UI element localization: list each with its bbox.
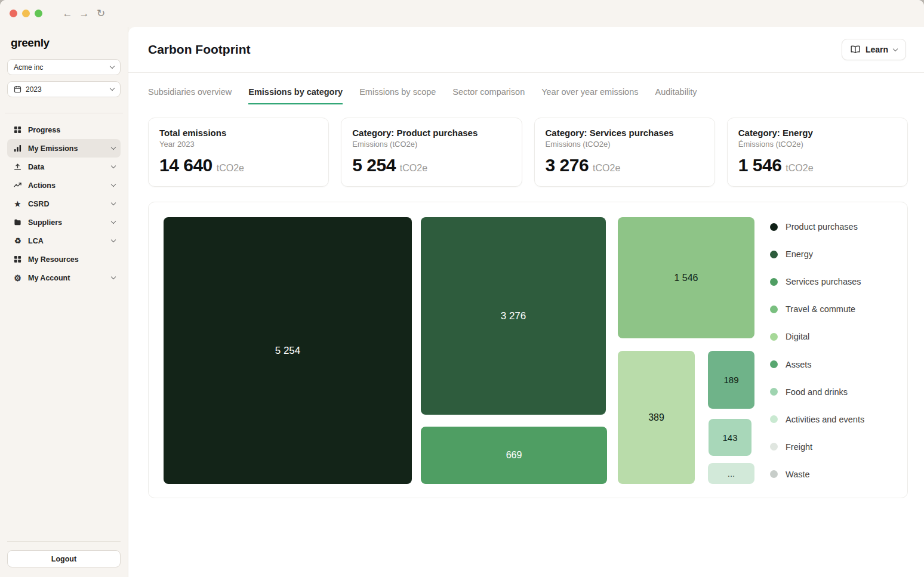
upload-icon	[13, 163, 23, 171]
grid-icon	[13, 255, 23, 263]
minimize-window-button[interactable]	[22, 10, 30, 17]
year-select[interactable]: 2023	[7, 81, 121, 97]
calendar-icon	[14, 85, 21, 93]
greenly-logo: greenly	[11, 36, 117, 50]
stat-card-value: 3 276	[546, 155, 589, 175]
treemap-block-services-purchases[interactable]: 3 276	[421, 217, 606, 415]
treemap-legend: Product purchases Energy Services purcha…	[770, 217, 892, 483]
stat-card-subtitle: Year 2023	[159, 140, 318, 149]
legend-item: Services purchases	[770, 277, 892, 286]
stat-card-unit: tCO2e	[217, 163, 244, 174]
legend-label: Travel & commute	[786, 304, 855, 314]
legend-dot	[770, 415, 778, 423]
sidebar-item-label: Progress	[28, 126, 60, 134]
stat-card-unit: tCO2e	[593, 163, 620, 174]
legend-dot	[770, 278, 778, 286]
treemap-block-assets[interactable]: 189	[708, 351, 754, 409]
tab-emissions-by-scope[interactable]: Emissions by scope	[359, 87, 436, 104]
company-select[interactable]: Acme inc	[7, 59, 121, 75]
maximize-window-button[interactable]	[35, 10, 42, 17]
treemap: 5 254 3 276 669 1 546 389 189 143 ...	[164, 217, 754, 484]
legend-item: Travel & commute	[770, 304, 892, 314]
legend-item: Freight	[770, 442, 892, 452]
learn-button-label: Learn	[866, 45, 888, 54]
treemap-block-travel-commute[interactable]: 669	[421, 427, 607, 484]
legend-dot	[770, 360, 778, 368]
chevron-down-icon	[111, 163, 116, 168]
stat-card-total-emissions: Total emissions Year 2023 14 640 tCO2e	[148, 118, 329, 187]
sidebar-item-label: LCA	[28, 237, 44, 245]
legend-dot	[770, 333, 778, 341]
recycle-icon: ♻	[13, 237, 23, 245]
stat-card-unit: tCO2e	[400, 163, 427, 174]
sidebar-item-lca[interactable]: ♻ LCA	[7, 232, 121, 250]
tab-subsidiaries-overview[interactable]: Subsidiaries overview	[148, 87, 232, 104]
legend-dot	[770, 251, 778, 258]
sidebar-footer: Logout	[7, 541, 121, 567]
stat-card-services-purchases: Category: Services purchases Emissions (…	[534, 118, 715, 187]
chevron-down-icon	[893, 46, 898, 51]
treemap-block-digital[interactable]: 389	[618, 351, 695, 484]
treemap-block-food-and-drinks[interactable]: 143	[709, 419, 751, 456]
sidebar-item-progress[interactable]: Progress	[7, 121, 121, 139]
gear-icon: ⚙	[13, 274, 23, 282]
stat-card-unit: tCO2e	[786, 163, 813, 174]
tab-auditability[interactable]: Auditability	[655, 87, 697, 104]
legend-item: Digital	[770, 332, 892, 341]
browser-window: ← → ↻ greenly Acme inc 2023	[0, 0, 924, 577]
stat-card-title: Category: Product purchases	[352, 128, 510, 138]
sidebar-item-my-emissions[interactable]: My Emissions	[7, 139, 121, 158]
legend-item: Energy	[770, 249, 892, 259]
sidebar-item-my-resources[interactable]: My Resources	[7, 250, 121, 269]
star-icon: ★	[13, 200, 23, 208]
legend-item: Activities and events	[770, 415, 892, 424]
treemap-block-other[interactable]: ...	[708, 463, 754, 484]
logout-button[interactable]: Logout	[7, 550, 121, 567]
chevron-down-icon	[111, 274, 116, 279]
browser-toolbar: ← → ↻	[0, 0, 924, 27]
forward-icon[interactable]: →	[76, 8, 93, 20]
stat-card-energy: Category: Energy Émissions (tCO2e) 1 546…	[727, 118, 908, 187]
tab-bar: Subsidiaries overview Emissions by categ…	[128, 73, 924, 104]
chevron-down-icon	[110, 86, 115, 91]
folder-icon	[13, 218, 23, 226]
treemap-block-product-purchases[interactable]: 5 254	[164, 217, 412, 484]
stat-card-value: 14 640	[159, 155, 212, 175]
sidebar-item-my-account[interactable]: ⚙ My Account	[7, 269, 121, 287]
page-header: Carbon Footprint Learn	[128, 27, 924, 73]
reload-icon[interactable]: ↻	[93, 7, 109, 20]
stat-card-subtitle: Émissions (tCO2e)	[738, 140, 897, 149]
treemap-block-energy[interactable]: 1 546	[618, 217, 754, 338]
legend-label: Digital	[786, 332, 809, 341]
treemap-chart-card: 5 254 3 276 669 1 546 389 189 143 ... Pr…	[148, 202, 908, 498]
legend-label: Product purchases	[786, 222, 858, 232]
legend-dot	[770, 306, 778, 313]
close-window-button[interactable]	[10, 10, 17, 17]
chevron-down-icon	[111, 182, 116, 187]
chevron-down-icon	[111, 237, 116, 242]
sidebar-item-label: Suppliers	[28, 218, 62, 227]
bar-chart-icon	[13, 144, 23, 152]
tab-sector-comparison[interactable]: Sector comparison	[452, 87, 525, 104]
sidebar-item-suppliers[interactable]: Suppliers	[7, 213, 121, 232]
sidebar-item-csrd[interactable]: ★ CSRD	[7, 195, 121, 213]
stat-card-subtitle: Emissions (tCO2e)	[546, 140, 704, 149]
sidebar-item-actions[interactable]: Actions	[7, 176, 121, 195]
tab-year-over-year-emissions[interactable]: Year over year emissions	[541, 87, 638, 104]
learn-button[interactable]: Learn	[842, 39, 906, 60]
legend-item: Food and drinks	[770, 387, 892, 397]
legend-item: Waste	[770, 470, 892, 479]
back-icon[interactable]: ←	[59, 8, 76, 20]
stat-card-value: 1 546	[738, 155, 782, 175]
stat-card-value: 5 254	[352, 155, 396, 175]
sidebar: greenly Acme inc 2023 Progress	[0, 27, 128, 577]
sidebar-item-label: Actions	[28, 181, 56, 190]
year-select-value: 2023	[26, 85, 106, 94]
legend-label: Assets	[786, 360, 812, 369]
chevron-down-icon	[111, 200, 116, 205]
activity-icon	[13, 181, 23, 189]
stat-cards: Total emissions Year 2023 14 640 tCO2e C…	[128, 104, 924, 187]
legend-label: Energy	[786, 249, 813, 259]
tab-emissions-by-category[interactable]: Emissions by category	[248, 87, 343, 104]
sidebar-item-data[interactable]: Data	[7, 158, 121, 176]
